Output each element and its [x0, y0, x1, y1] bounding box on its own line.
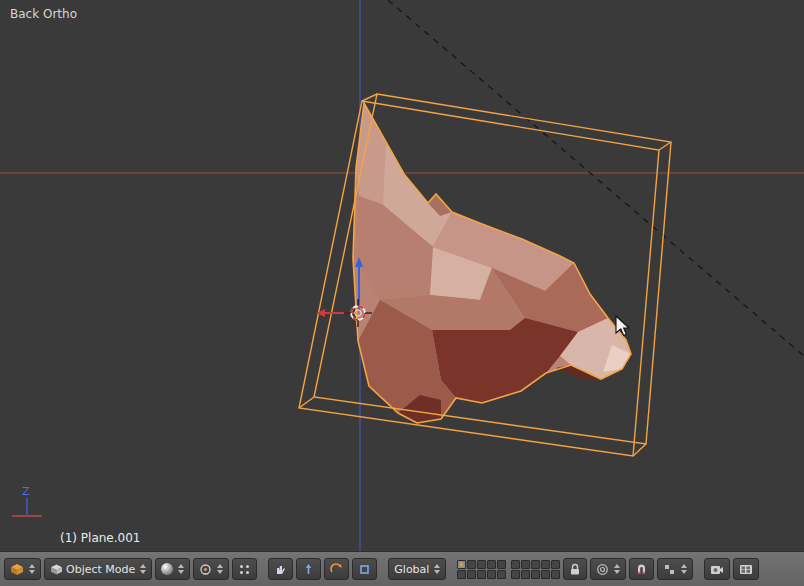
snap-toggle[interactable]: [629, 558, 654, 580]
manipulator-translate-toggle[interactable]: [296, 558, 321, 580]
layer-button[interactable]: [541, 560, 550, 569]
layer-button[interactable]: [497, 570, 506, 579]
render-camera-icon: [710, 563, 724, 576]
translate-icon: [302, 563, 315, 576]
layer-button[interactable]: [551, 570, 560, 579]
viewport-3d[interactable]: Z Back Ortho (1) Plane.001: [0, 0, 804, 551]
render-animation-icon: [739, 563, 753, 576]
gizmo-z-label: Z: [22, 485, 30, 498]
proportional-edit-dropdown[interactable]: [590, 558, 626, 580]
manipulator-hand-icon: [274, 563, 287, 576]
scene-lock-toggle[interactable]: [563, 558, 587, 580]
proportional-edit-icon: [596, 563, 609, 576]
active-object-label: (1) Plane.001: [60, 531, 140, 545]
rotate-icon: [330, 563, 343, 576]
mesh-facet: [432, 318, 578, 403]
pivot-point-icon: [199, 563, 212, 576]
layer-button[interactable]: [487, 570, 496, 579]
mode-label: Object Mode: [66, 563, 135, 576]
layers-group-2: [511, 560, 560, 579]
viewport-header: Object Mode: [0, 551, 804, 586]
orientation-dropdown[interactable]: Global: [388, 558, 446, 580]
blender-window: Z Back Ortho (1) Plane.001: [0, 0, 804, 586]
layer-button[interactable]: [467, 570, 476, 579]
layer-button[interactable]: [457, 560, 466, 569]
manipulator-toggle[interactable]: [268, 558, 293, 580]
viewport-shading-dropdown[interactable]: [155, 558, 190, 580]
lock-icon: [569, 563, 581, 576]
editor-type-button[interactable]: [4, 558, 41, 580]
layers-widget: [457, 560, 560, 579]
layers-group-1: [457, 560, 506, 579]
opengl-render-anim-button[interactable]: [733, 558, 759, 580]
layer-button[interactable]: [531, 560, 540, 569]
box-edge: [659, 142, 671, 150]
pivot-align-toggle[interactable]: [232, 558, 257, 580]
pivot-align-icon: [238, 563, 251, 576]
layer-button[interactable]: [521, 570, 530, 579]
axis-gizmo: Z: [12, 485, 42, 516]
dropdown-arrows-icon: [217, 564, 223, 574]
layer-button[interactable]: [487, 560, 496, 569]
manipulator-scale-toggle[interactable]: [352, 558, 377, 580]
shading-sphere-icon: [161, 563, 173, 575]
layer-button[interactable]: [511, 560, 520, 569]
dropdown-arrows-icon: [434, 564, 440, 574]
separator: [260, 569, 265, 570]
dropdown-arrows-icon: [140, 564, 146, 574]
layer-button[interactable]: [531, 570, 540, 579]
layer-button[interactable]: [541, 570, 550, 579]
snap-increment-icon: [663, 563, 676, 576]
snap-element-dropdown[interactable]: [657, 558, 693, 580]
viewport-scene[interactable]: Z: [0, 0, 804, 551]
layer-button[interactable]: [457, 570, 466, 579]
manipulator-rotate-toggle[interactable]: [324, 558, 349, 580]
magnet-icon: [635, 563, 648, 576]
scale-icon: [358, 563, 371, 576]
dropdown-arrows-icon: [681, 564, 687, 574]
separator: [696, 569, 701, 570]
object-mode-cube-icon: [50, 563, 63, 576]
layer-button[interactable]: [511, 570, 520, 579]
dropdown-arrows-icon: [178, 564, 184, 574]
separator: [449, 569, 454, 570]
box-edge: [633, 444, 646, 456]
editor-3dview-icon: [10, 563, 24, 576]
layer-button[interactable]: [477, 570, 486, 579]
layer-button[interactable]: [497, 560, 506, 569]
dropdown-arrows-icon: [614, 564, 620, 574]
dropdown-arrows-icon: [29, 564, 35, 574]
orientation-label: Global: [394, 563, 429, 576]
layer-button[interactable]: [551, 560, 560, 569]
separator: [380, 569, 385, 570]
view-name-label: Back Ortho: [10, 7, 77, 21]
layer-button[interactable]: [467, 560, 476, 569]
box-edge: [362, 94, 377, 101]
mesh-object-plane001[interactable]: [353, 103, 631, 423]
layer-button[interactable]: [521, 560, 530, 569]
pivot-point-dropdown[interactable]: [193, 558, 229, 580]
opengl-render-button[interactable]: [704, 558, 730, 580]
layer-button[interactable]: [477, 560, 486, 569]
mode-dropdown[interactable]: Object Mode: [44, 558, 152, 580]
